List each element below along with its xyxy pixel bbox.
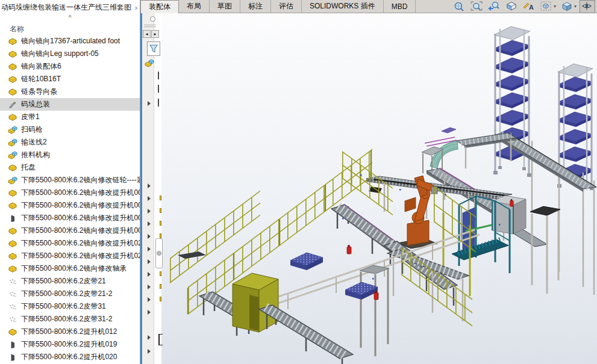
list-item-label: 下降5500-800米6.2镜向修改提升机00 bbox=[21, 213, 140, 223]
section-view-icon[interactable] bbox=[504, 0, 519, 13]
expand-arrow-icon[interactable] bbox=[148, 310, 151, 315]
expand-arrow-icon[interactable] bbox=[148, 349, 151, 354]
list-item[interactable]: 链轮10B16T bbox=[0, 73, 140, 85]
list-item-label: 扫码枪 bbox=[21, 125, 43, 135]
expand-arrow-icon[interactable] bbox=[148, 247, 151, 251]
expand-arrow-icon[interactable] bbox=[148, 297, 151, 302]
tree-item-icon-fragment bbox=[160, 196, 161, 200]
assembly-tree-icon[interactable] bbox=[145, 58, 154, 68]
file-type-icon bbox=[8, 37, 17, 46]
list-item-label: 托盘 bbox=[21, 162, 36, 173]
expand-arrow-icon[interactable] bbox=[148, 196, 151, 201]
list-item[interactable]: 下降5500-800米6.2镜向修改提升机00 bbox=[0, 224, 140, 237]
tree-scroll-left-icon[interactable]: ◂ bbox=[143, 30, 151, 38]
tab-MBD[interactable]: MBD bbox=[384, 0, 416, 13]
file-type-icon bbox=[8, 150, 17, 160]
list-item[interactable]: 下降5500-800米6.2皮带21 bbox=[0, 275, 140, 288]
tab-评估[interactable]: 评估 bbox=[271, 0, 302, 13]
expand-arrow-icon[interactable] bbox=[148, 259, 151, 264]
expand-arrow-icon[interactable] bbox=[148, 285, 151, 289]
list-item[interactable]: 托盘 bbox=[0, 161, 140, 174]
file-list-panel: 动码垛缠绕包装输送一体生产线三维套图 › ^ 名称 镜向镜向17367-arti… bbox=[0, 0, 140, 364]
list-item[interactable]: 链条导向条 bbox=[0, 85, 140, 98]
list-item[interactable]: 下降5500-800米6.2镜向修改提升机00 bbox=[0, 199, 140, 212]
zoom-to-area-icon[interactable] bbox=[469, 0, 484, 13]
file-type-icon bbox=[8, 87, 17, 97]
expand-arrow-icon[interactable] bbox=[148, 184, 151, 188]
list-item[interactable]: 下降5500-800米6.2镜向修改链轮----装 bbox=[0, 174, 140, 187]
ribbon-tab-label: 评估 bbox=[279, 1, 293, 11]
viewport-3d[interactable] bbox=[161, 13, 597, 364]
list-item[interactable]: 下降5500-800米6.2镜向修改轴承 bbox=[0, 262, 140, 275]
panel-title-row[interactable]: 动码垛缠绕包装输送一体生产线三维套图 › bbox=[0, 0, 140, 14]
tab-SOLIDWORKS 插件[interactable]: SOLIDWORKS 插件 bbox=[302, 0, 384, 13]
list-item[interactable]: 输送线2 bbox=[0, 136, 140, 149]
tab-布局[interactable]: 布局 bbox=[179, 0, 210, 13]
dropdown-arrow-icon[interactable]: ▾ bbox=[554, 4, 556, 9]
list-item[interactable]: 下降5500-800米6.2皮带21-2 bbox=[0, 288, 140, 300]
list-item[interactable]: 镜向镜向Leg support-05 bbox=[0, 48, 140, 60]
collapse-chevron-icon[interactable]: ^ bbox=[0, 14, 140, 23]
filter-icon[interactable] bbox=[147, 42, 160, 56]
tree-item-icon-fragment bbox=[160, 297, 161, 301]
list-item[interactable]: 码垛总装 bbox=[0, 98, 140, 111]
file-type-icon bbox=[8, 327, 17, 337]
list-item-label: 链条导向条 bbox=[21, 87, 57, 97]
list-item[interactable]: 镜向装配体6 bbox=[0, 60, 140, 73]
tree-item-icon-fragment bbox=[160, 208, 161, 213]
list-item-label: 下降5500-800米6.2皮带31 bbox=[21, 301, 106, 312]
list-item[interactable]: 下降5500-800米6.2提升机019 bbox=[0, 338, 140, 351]
list-item[interactable]: 下降5500-800米6.2镜向修改提升机00 bbox=[0, 187, 140, 199]
tab-草图[interactable]: 草图 bbox=[210, 0, 240, 13]
list-item[interactable]: 下降5500-800米6.2皮带31 bbox=[0, 300, 140, 313]
graphics-area[interactable] bbox=[161, 13, 597, 364]
list-item[interactable]: 镜向镜向17367-articulated foot bbox=[0, 35, 140, 48]
hide-show-items-icon[interactable] bbox=[580, 0, 595, 13]
list-item-label: 下降5500-800米6.2皮带31-2 bbox=[21, 314, 112, 324]
expand-arrow-icon[interactable] bbox=[148, 272, 151, 277]
file-type-icon bbox=[8, 163, 17, 173]
options-radio-icon[interactable] bbox=[150, 16, 155, 22]
list-item-label: 下降5500-800米6.2提升机012 bbox=[21, 327, 117, 337]
file-type-icon bbox=[8, 340, 17, 350]
file-type-icon bbox=[8, 49, 17, 59]
heads-up-view-toolbar: ▾ ▾ bbox=[451, 0, 597, 13]
divider bbox=[144, 26, 156, 27]
file-type-icon bbox=[8, 353, 17, 362]
view-orientation-icon[interactable]: ▾ bbox=[539, 0, 557, 13]
tab-装配体[interactable]: 装配体 bbox=[140, 0, 179, 13]
tree-fragment bbox=[158, 85, 159, 93]
title-expand-arrow-icon[interactable]: › bbox=[135, 3, 137, 12]
list-item[interactable]: 推料机构 bbox=[0, 149, 140, 161]
list-item[interactable]: 下降5500-800米6.2镜向修改提升机02 bbox=[0, 237, 140, 250]
expand-arrow-icon[interactable] bbox=[148, 221, 151, 226]
list-item[interactable]: 下降5500-800米6.2镜向修改提升机02 bbox=[0, 250, 140, 262]
annotations-icon[interactable] bbox=[521, 0, 537, 13]
file-type-icon bbox=[8, 226, 17, 236]
list-item-label: 码垛总装 bbox=[21, 99, 50, 110]
list-item[interactable]: 下降5500-800米6.2镜向修改提升机00 bbox=[0, 212, 140, 224]
tree-scroll-right-icon[interactable]: ▸ bbox=[151, 30, 159, 38]
list-item[interactable]: 下降5500-800米6.2提升机012 bbox=[0, 325, 140, 338]
dropdown-arrow-icon[interactable]: ▾ bbox=[574, 4, 577, 9]
name-column-header[interactable]: 名称 bbox=[0, 23, 140, 35]
previous-view-icon[interactable] bbox=[486, 0, 502, 13]
list-item[interactable]: 下降5500-800米6.2提升机020 bbox=[0, 351, 140, 363]
list-item[interactable]: 皮带1 bbox=[0, 111, 140, 123]
display-style-icon[interactable]: ▾ bbox=[559, 0, 578, 13]
splitter-handle[interactable] bbox=[155, 238, 163, 268]
file-type-icon bbox=[8, 264, 17, 274]
file-type-icon bbox=[8, 113, 17, 122]
tree-fragment bbox=[158, 72, 159, 79]
expand-arrow-icon[interactable] bbox=[148, 234, 151, 239]
tab-标注[interactable]: 标注 bbox=[240, 0, 271, 13]
expand-arrow-icon[interactable] bbox=[148, 209, 151, 214]
file-type-icon bbox=[8, 62, 17, 72]
list-item[interactable]: 扫码枪 bbox=[0, 123, 140, 136]
ribbon-tab-label: 布局 bbox=[187, 1, 201, 11]
expand-arrow-icon[interactable] bbox=[148, 335, 151, 340]
zoom-to-fit-icon[interactable] bbox=[451, 0, 467, 13]
wrapping-machine[interactable] bbox=[233, 273, 278, 332]
list-item[interactable]: 下降5500-800米6.2皮带31-2 bbox=[0, 313, 140, 325]
expand-arrow-icon[interactable] bbox=[148, 101, 151, 106]
